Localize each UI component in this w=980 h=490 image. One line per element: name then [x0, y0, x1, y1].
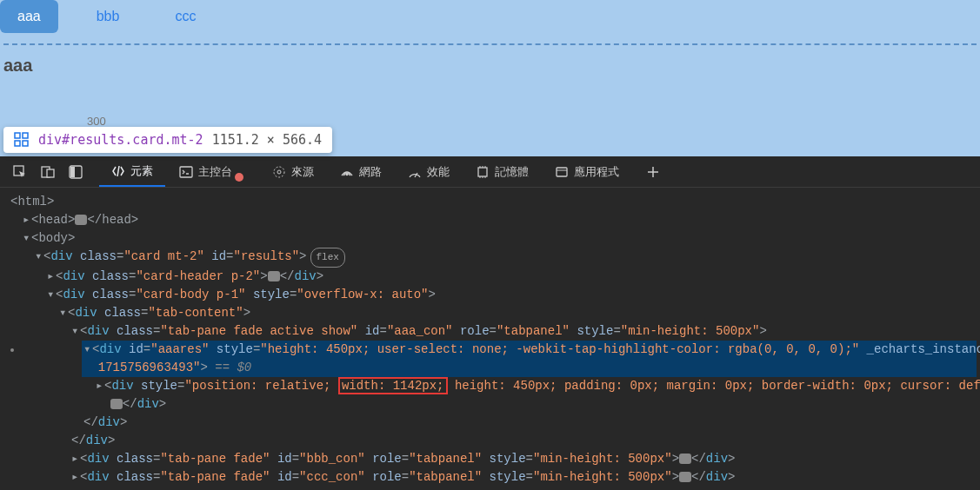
svg-rect-20: [557, 168, 567, 176]
inspect-element-icon[interactable]: [7, 159, 33, 185]
svg-point-11: [274, 167, 284, 177]
add-tab-icon[interactable]: [640, 159, 666, 185]
console-tab-label: 主控台: [198, 164, 232, 180]
inspect-element-tooltip: div#results.card.mt-2 1151.2 × 566.4: [3, 127, 332, 153]
devtools-tab-application[interactable]: 應用程式: [543, 156, 631, 187]
devtools-tab-performance[interactable]: 效能: [396, 156, 462, 187]
tooltip-selector: div#results.card.mt-2: [38, 132, 203, 148]
svg-rect-6: [47, 169, 54, 177]
dom-node-tabpane-ccc[interactable]: ▸<div class="tab-pane fade" id="ccc_con"…: [70, 468, 977, 487]
flex-grid-icon: [14, 132, 30, 148]
devtools-tabbar: 元素 主控台 來源 網路 效能 記憶體 應用程式: [0, 156, 980, 188]
svg-rect-13: [478, 168, 487, 176]
svg-point-10: [277, 170, 281, 174]
dom-node-head[interactable]: ▸<head></head>: [21, 211, 977, 229]
svg-rect-0: [15, 133, 20, 138]
sources-tab-label: 來源: [291, 164, 314, 180]
dom-tree[interactable]: <html> ▸<head></head> ▾<body> ▾<div clas…: [0, 188, 980, 490]
svg-rect-9: [180, 167, 192, 177]
svg-rect-3: [23, 141, 28, 146]
devtools-tab-network[interactable]: 網路: [328, 156, 394, 187]
performance-tab-label: 效能: [427, 164, 450, 180]
device-toolbar-icon[interactable]: [35, 159, 61, 185]
dom-close-aaares[interactable]: </div>: [82, 414, 977, 432]
network-tab-label: 網路: [359, 164, 382, 180]
dock-side-icon[interactable]: [63, 159, 89, 185]
svg-rect-1: [23, 133, 28, 138]
elements-tab-label: 元素: [130, 163, 153, 179]
dom-node-html[interactable]: <html>: [9, 193, 977, 211]
chart-axis-tick: 300: [87, 115, 106, 128]
memory-tab-label: 記憶體: [495, 164, 529, 180]
devtools-panel: 元素 主控台 來源 網路 效能 記憶體 應用程式: [0, 156, 980, 490]
tab-content-title: aaa: [0, 45, 980, 76]
svg-rect-2: [15, 141, 20, 146]
tab-bbb[interactable]: bbb: [79, 0, 137, 33]
svg-rect-8: [70, 167, 75, 177]
dom-node-card-body[interactable]: ▾<div class="card-body p-1" style="overf…: [45, 286, 977, 304]
dom-node-inner-div-close[interactable]: </div>: [94, 395, 977, 414]
dom-node-tabpane-aaa[interactable]: ▾<div class="tab-pane fade active show" …: [70, 322, 977, 341]
dom-node-card-header[interactable]: ▸<div class="card-header p-2"></div>: [45, 268, 977, 286]
page-tabs: aaa bbb ccc: [0, 0, 980, 33]
dom-node-aaares[interactable]: ▾<div id="aaares" style="height: 450px; …: [82, 341, 977, 359]
devtools-tab-memory[interactable]: 記憶體: [463, 156, 541, 187]
devtools-tab-elements[interactable]: 元素: [99, 156, 165, 187]
application-tab-label: 應用程式: [574, 164, 619, 180]
dom-node-tabpane-bbb[interactable]: ▸<div class="tab-pane fade" id="bbb_con"…: [70, 450, 977, 468]
dom-node-inner-div[interactable]: ▸<div style="position: relative; width: …: [94, 377, 977, 395]
tooltip-dimensions: 1151.2 × 566.4: [212, 132, 322, 148]
devtools-tab-sources[interactable]: 來源: [260, 156, 326, 187]
dom-close-tabpane-aaa[interactable]: </div>: [70, 432, 977, 450]
highlighted-style-width: width: 1142px;: [338, 377, 448, 394]
dom-node-tab-content[interactable]: ▾<div class="tab-content">: [57, 304, 977, 322]
tab-ccc[interactable]: ccc: [157, 0, 213, 33]
dom-node-results[interactable]: ▾<div class="card mt-2" id="results">fle…: [33, 248, 977, 268]
console-error-badge: [235, 173, 243, 182]
devtools-tab-console[interactable]: 主控台: [167, 156, 258, 187]
flex-badge[interactable]: flex: [310, 248, 345, 268]
tab-aaa[interactable]: aaa: [0, 0, 58, 33]
rendered-page-highlight: aaa bbb ccc aaa 300 div#results.card.mt-…: [0, 0, 980, 156]
dom-node-body[interactable]: ▾<body>: [21, 229, 977, 248]
dom-node-aaares-line2[interactable]: 1715756963493"> == $0: [82, 359, 977, 377]
